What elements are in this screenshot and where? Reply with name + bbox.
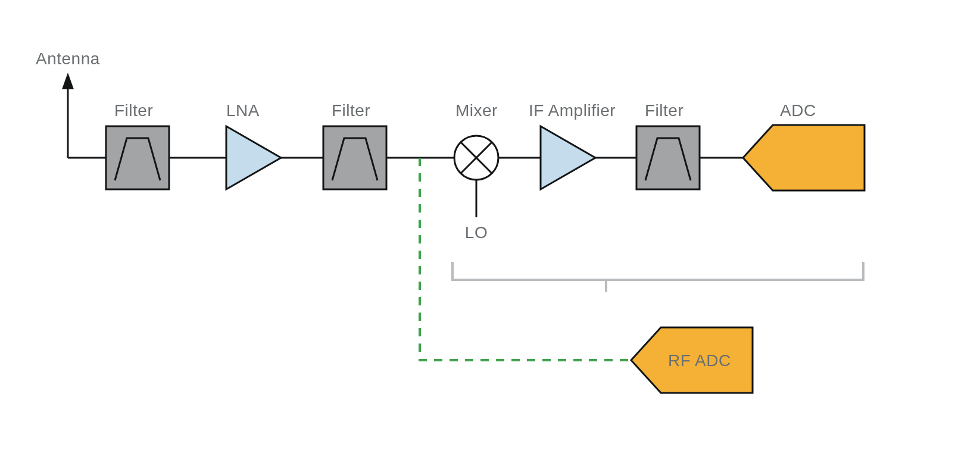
antenna-block: Antenna: [36, 49, 106, 158]
filter2-label: Filter: [332, 101, 370, 120]
adc-block: ADC: [743, 101, 864, 191]
adc-label: ADC: [780, 101, 816, 120]
filter3-label: Filter: [645, 101, 683, 120]
mixer-block: Mixer LO: [454, 101, 498, 242]
svg-marker-4: [226, 126, 281, 189]
mixer-label: Mixer: [455, 101, 498, 120]
lo-label: LO: [465, 223, 488, 242]
lna-block: LNA: [226, 101, 281, 189]
filter1-label: Filter: [114, 101, 153, 120]
if-amp-label: IF Amplifier: [529, 101, 616, 120]
svg-marker-12: [743, 125, 864, 191]
filter1-block: Filter: [106, 101, 169, 189]
antenna-label: Antenna: [36, 49, 100, 68]
rf-chain-diagram: Antenna Filter LNA Filter Mixer LO IF: [0, 0, 980, 459]
svg-marker-2: [62, 73, 74, 89]
svg-marker-10: [541, 126, 595, 189]
filter2-block: Filter: [323, 101, 386, 189]
filter3-block: Filter: [636, 101, 700, 189]
grouping-bracket: [452, 262, 863, 292]
lna-label: LNA: [226, 101, 260, 120]
rf-adc-label: RF ADC: [668, 351, 731, 370]
if-amp-block: IF Amplifier: [529, 101, 616, 189]
rf-adc-dashed-path: [420, 158, 630, 360]
rf-adc-block: RF ADC: [631, 327, 753, 393]
